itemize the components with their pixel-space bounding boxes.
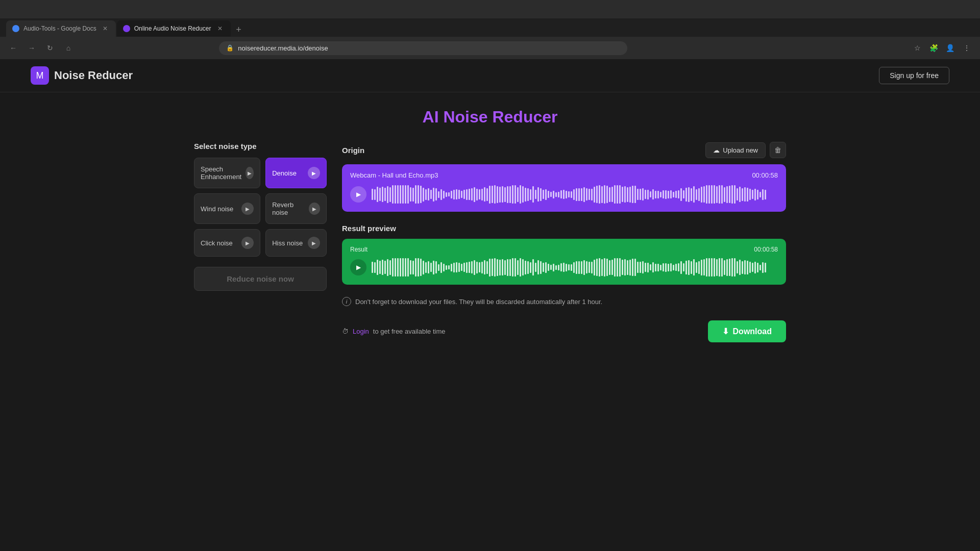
page-title-part1: AI Noise xyxy=(423,108,493,126)
delete-button[interactable]: 🗑 xyxy=(770,142,786,158)
logo-icon: M xyxy=(31,66,49,85)
play-arrow-reverb: ▶ xyxy=(309,203,320,215)
refresh-button[interactable]: ↻ xyxy=(43,41,57,55)
noise-option-click-label: Click noise xyxy=(201,239,233,247)
play-arrow-speech: ▶ xyxy=(246,167,254,179)
tab-audio-tools[interactable]: Audio-Tools - Google Docs ✕ xyxy=(6,20,116,37)
result-audio-player: Result 00:00:58 ▶ xyxy=(342,239,786,285)
login-link[interactable]: Login xyxy=(353,328,369,335)
content-layout: Select noise type Speech Enhancement ▶ D… xyxy=(194,142,786,342)
download-button[interactable]: ⬇ Download xyxy=(708,320,786,342)
logo-text: Noise Reducer xyxy=(54,69,133,82)
origin-duration: 00:00:58 xyxy=(752,171,778,179)
back-button[interactable]: ← xyxy=(6,41,20,55)
profile-icon[interactable]: 👤 xyxy=(943,41,958,55)
result-duration: 00:00:58 xyxy=(754,246,778,253)
result-section-title: Result preview xyxy=(342,224,786,233)
noise-option-denoise-label: Denoise xyxy=(272,169,297,177)
url-text: noisereducer.media.io/denoise xyxy=(238,44,328,52)
noise-option-wind[interactable]: Wind noise ▶ xyxy=(194,193,260,224)
play-arrow-wind: ▶ xyxy=(241,203,254,215)
discard-warning: i Don't forget to download your files. T… xyxy=(342,293,786,310)
clock-icon: ⏱ xyxy=(342,328,349,335)
origin-play-button[interactable]: ▶ xyxy=(350,186,366,203)
noise-option-hiss-label: Hiss noise xyxy=(272,239,303,247)
trash-icon: 🗑 xyxy=(774,146,781,154)
discard-warning-text: Don't forget to download your files. The… xyxy=(355,298,602,306)
noise-option-denoise[interactable]: Denoise ▶ xyxy=(265,158,327,188)
main-content: AI Noise Reducer Select noise type Speec… xyxy=(184,92,796,358)
origin-controls-row: ▶ xyxy=(350,184,778,205)
tab-close-1[interactable]: ✕ xyxy=(101,24,110,33)
title-bar xyxy=(0,0,980,18)
page-title: AI Noise Reducer xyxy=(194,108,786,127)
noise-option-reverb-label: Reverb noise xyxy=(272,201,308,216)
more-icon[interactable]: ⋮ xyxy=(960,41,974,55)
noise-option-reverb[interactable]: Reverb noise ▶ xyxy=(265,193,327,224)
extensions-icon[interactable]: 🧩 xyxy=(927,41,941,55)
right-panel: Origin ☁ Upload new 🗑 Webcam - Hall und … xyxy=(342,142,786,342)
play-arrow-hiss: ▶ xyxy=(308,237,320,249)
logo-area: M Noise Reducer xyxy=(31,66,133,85)
address-bar: ← → ↻ ⌂ 🔒 noisereducer.media.io/denoise … xyxy=(0,37,980,59)
noise-option-speech-label: Speech Enhancement xyxy=(201,165,246,181)
origin-waveform xyxy=(372,184,778,205)
login-prompt: ⏱ Login to get free available time xyxy=(342,328,445,335)
tab-bar: Audio-Tools - Google Docs ✕ Online Audio… xyxy=(0,18,980,37)
tab-noise-reducer[interactable]: Online Audio Noise Reducer ✕ xyxy=(117,20,231,37)
noise-option-speech[interactable]: Speech Enhancement ▶ xyxy=(194,158,260,188)
forward-button[interactable]: → xyxy=(24,41,39,55)
toolbar-icons: ☆ 🧩 👤 ⋮ xyxy=(911,41,974,55)
result-controls-row: ▶ xyxy=(350,257,778,278)
tab-close-2[interactable]: ✕ xyxy=(215,24,225,33)
result-label: Result xyxy=(350,246,368,253)
noise-option-click[interactable]: Click noise ▶ xyxy=(194,229,260,257)
origin-title: Origin xyxy=(342,146,364,155)
left-panel: Select noise type Speech Enhancement ▶ D… xyxy=(194,142,327,342)
tab-favicon-2 xyxy=(123,25,130,32)
origin-section-header: Origin ☁ Upload new 🗑 xyxy=(342,142,786,158)
tab-label-1: Audio-Tools - Google Docs xyxy=(23,25,96,32)
upload-new-button[interactable]: ☁ Upload new xyxy=(705,142,766,158)
signup-button[interactable]: Sign up for free xyxy=(879,67,949,84)
info-icon: i xyxy=(342,297,351,306)
home-button[interactable]: ⌂ xyxy=(61,41,76,55)
noise-type-label: Select noise type xyxy=(194,142,327,151)
play-arrow-denoise: ▶ xyxy=(308,167,320,179)
new-tab-button[interactable]: + xyxy=(232,22,246,37)
noise-grid: Speech Enhancement ▶ Denoise ▶ Wind nois… xyxy=(194,158,327,257)
download-label: Download xyxy=(733,327,772,336)
origin-filename: Webcam - Hall und Echo.mp3 xyxy=(350,171,438,179)
result-info-row: Result 00:00:58 xyxy=(350,246,778,253)
bottom-bar: ⏱ Login to get free available time ⬇ Dow… xyxy=(342,320,786,342)
login-prompt-text: to get free available time xyxy=(373,328,446,335)
lock-icon: 🔒 xyxy=(226,44,234,52)
upload-cloud-icon: ☁ xyxy=(713,146,720,154)
upload-new-label: Upload new xyxy=(723,146,758,154)
reduce-noise-button[interactable]: Reduce noise now xyxy=(194,267,327,291)
play-arrow-click: ▶ xyxy=(241,237,254,249)
app-header: M Noise Reducer Sign up for free xyxy=(0,59,980,92)
noise-option-hiss[interactable]: Hiss noise ▶ xyxy=(265,229,327,257)
tab-label-2: Online Audio Noise Reducer xyxy=(134,25,211,32)
result-waveform xyxy=(372,257,778,278)
browser-chrome: Audio-Tools - Google Docs ✕ Online Audio… xyxy=(0,0,980,59)
download-icon: ⬇ xyxy=(722,327,729,336)
origin-info-row: Webcam - Hall und Echo.mp3 00:00:58 xyxy=(350,171,778,179)
url-bar[interactable]: 🔒 noisereducer.media.io/denoise xyxy=(219,41,627,55)
origin-audio-player: Webcam - Hall und Echo.mp3 00:00:58 ▶ xyxy=(342,164,786,212)
page-title-part2: Reducer xyxy=(492,108,557,126)
bookmarks-icon[interactable]: ☆ xyxy=(911,41,925,55)
noise-option-wind-label: Wind noise xyxy=(201,205,233,213)
result-play-button[interactable]: ▶ xyxy=(350,259,366,276)
tab-favicon-1 xyxy=(12,25,19,32)
